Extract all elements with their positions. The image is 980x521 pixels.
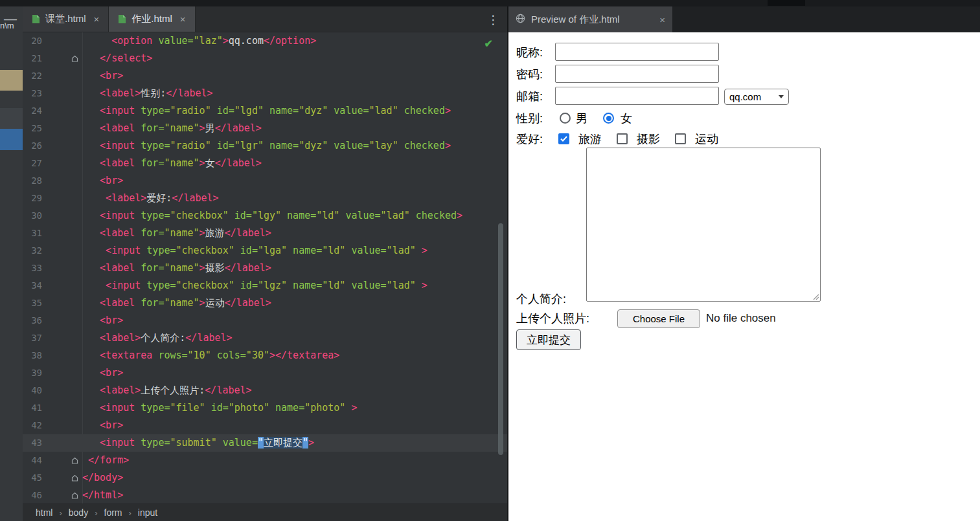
tab-zuoye-html[interactable]: 作业.html ×	[109, 6, 195, 32]
gender-female-label[interactable]: 女	[621, 111, 632, 126]
code-line[interactable]: 23<label>性别:</label>	[23, 85, 507, 102]
line-number: 41	[23, 399, 42, 417]
code-token: <label>	[106, 192, 146, 204]
code-line[interactable]: 25<label for="name">男</label>	[23, 120, 507, 137]
code-token: <input	[100, 437, 135, 449]
code-token: name=	[269, 402, 304, 414]
panel-row-highlight[interactable]	[0, 70, 23, 91]
code-token: "ld"	[316, 210, 339, 221]
code-token: </body>	[82, 472, 123, 483]
submit-button[interactable]: 立即提交	[516, 329, 581, 350]
fold-gutter	[42, 242, 82, 260]
code-editor[interactable]: 20<option value="laz">qq.com</option>21<…	[23, 32, 507, 504]
code-token: 摄影	[205, 262, 225, 274]
email-domain-select[interactable]: qq.com	[724, 89, 789, 105]
code-line[interactable]: 35<label for="name">运动</label>	[23, 294, 507, 312]
breadcrumb-item-body[interactable]: body	[69, 507, 88, 518]
fold-marker-icon[interactable]	[42, 469, 82, 487]
choose-file-button[interactable]: Choose File	[617, 309, 700, 328]
code-line[interactable]: 20<option value="laz">qq.com</option>	[23, 32, 507, 50]
email-input[interactable]	[555, 87, 719, 105]
fold-gutter	[42, 417, 82, 434]
preview-close-icon[interactable]: ×	[659, 14, 665, 25]
code-token: 上传个人照片:	[141, 384, 205, 396]
hobby-checkbox-sports[interactable]	[675, 133, 686, 144]
breadcrumb: html › body › form › input	[23, 504, 507, 521]
line-number: 22	[23, 67, 42, 85]
gender-radio-female[interactable]	[603, 113, 614, 124]
fold-marker-icon[interactable]	[42, 487, 82, 504]
code-token: for=	[135, 297, 164, 309]
code-line[interactable]: 36<br>	[23, 312, 507, 329]
hobby-checkbox-travel[interactable]	[558, 133, 569, 144]
nickname-input[interactable]	[555, 43, 719, 61]
code-token: qq.com	[229, 35, 264, 47]
line-number: 29	[23, 190, 42, 207]
code-line[interactable]: 38<textarea rows="10" cols="30"></textar…	[23, 347, 507, 364]
code-token: id=	[211, 105, 234, 116]
fold-gutter	[42, 137, 82, 155]
breadcrumb-item-input[interactable]: input	[138, 507, 157, 518]
code-token: "lad"	[387, 245, 416, 256]
code-line[interactable]: 32<input type="checkbox" id="lga" name="…	[23, 242, 507, 260]
line-number: 42	[23, 417, 42, 434]
code-line[interactable]: 26<input type="radio" id="lgr" name="dyz…	[23, 137, 507, 155]
code-text: </html>	[82, 487, 507, 504]
check-icon	[560, 136, 567, 142]
code-text: </select>	[82, 50, 507, 67]
editor-scrollbar[interactable]	[498, 223, 503, 455]
code-line[interactable]: 37<label>个人简介:</label>	[23, 329, 507, 347]
preview-tab[interactable]: Preview of 作业.html ×	[508, 6, 672, 32]
code-line[interactable]: 28<br>	[23, 172, 507, 190]
code-line[interactable]: 22<br>	[23, 67, 507, 85]
hobby-travel-label[interactable]: 旅游	[578, 131, 602, 147]
tab-close-icon[interactable]: ×	[94, 14, 100, 25]
breadcrumb-item-form[interactable]: form	[104, 507, 122, 518]
code-line[interactable]: 44</form>	[23, 452, 507, 469]
code-text: <input type="radio" id="lgd" name="dyz" …	[82, 102, 507, 120]
code-token: "lga"	[258, 245, 287, 256]
code-line[interactable]: 29<label>爱好:</label>	[23, 190, 507, 207]
gender-radio-male[interactable]	[560, 113, 571, 124]
code-line[interactable]: 27<label for="name">女</label>	[23, 155, 507, 172]
code-line[interactable]: 30<input type="checkbox" id="lgy" name="…	[23, 207, 507, 225]
bio-textarea[interactable]	[586, 148, 821, 302]
tab-close-icon[interactable]: ×	[180, 14, 186, 25]
code-line[interactable]: 31<label for="name">旅游</label>	[23, 225, 507, 242]
breadcrumb-item-html[interactable]: html	[36, 507, 52, 518]
code-token: name=	[264, 140, 299, 151]
hobby-checkbox-photography[interactable]	[617, 133, 628, 144]
code-line[interactable]: 43<input type="submit" value="立即提交">	[23, 434, 507, 452]
code-token: >	[199, 227, 205, 239]
editor-options-menu-icon[interactable]: ⋮	[487, 12, 499, 27]
code-line[interactable]: 41<input type="file" id="photo" name="ph…	[23, 399, 507, 417]
code-token: value=	[345, 245, 386, 256]
password-input[interactable]	[555, 65, 719, 83]
code-line[interactable]: 34<input type="checkbox" id="lgz" name="…	[23, 277, 507, 294]
panel-row-hover[interactable]	[0, 108, 23, 129]
code-token: <label>	[100, 87, 141, 99]
code-line[interactable]: 33<label for="name">摄影</label>	[23, 260, 507, 277]
tab-ketang-html[interactable]: 课堂.html ×	[23, 6, 109, 32]
code-line[interactable]: 21</select>	[23, 50, 507, 67]
hobby-photography-label[interactable]: 摄影	[637, 131, 660, 147]
fold-marker-icon[interactable]	[42, 50, 82, 67]
code-token: <input	[100, 105, 135, 116]
gender-male-label[interactable]: 男	[576, 111, 587, 126]
code-line[interactable]: 45</body>	[23, 469, 507, 487]
code-line[interactable]: 24<input type="radio" id="lgd" name="dyz…	[23, 102, 507, 120]
hobby-sports-label[interactable]: 运动	[695, 131, 718, 147]
panel-row-selected[interactable]	[0, 129, 23, 150]
line-number: 34	[23, 277, 42, 294]
fold-gutter	[42, 312, 82, 329]
fold-marker-icon[interactable]	[42, 452, 82, 469]
code-line[interactable]: 46</html>	[23, 487, 507, 504]
line-number: 24	[23, 102, 42, 120]
inspection-ok-icon[interactable]: ✔	[484, 38, 493, 50]
code-token: </label>	[225, 297, 271, 309]
code-line[interactable]: 39<br>	[23, 364, 507, 382]
textarea-resize-grip-icon[interactable]	[811, 292, 819, 300]
code-line[interactable]: 42<br>	[23, 417, 507, 434]
line-number: 40	[23, 382, 42, 399]
code-line[interactable]: 40<label>上传个人照片:</label>	[23, 382, 507, 399]
